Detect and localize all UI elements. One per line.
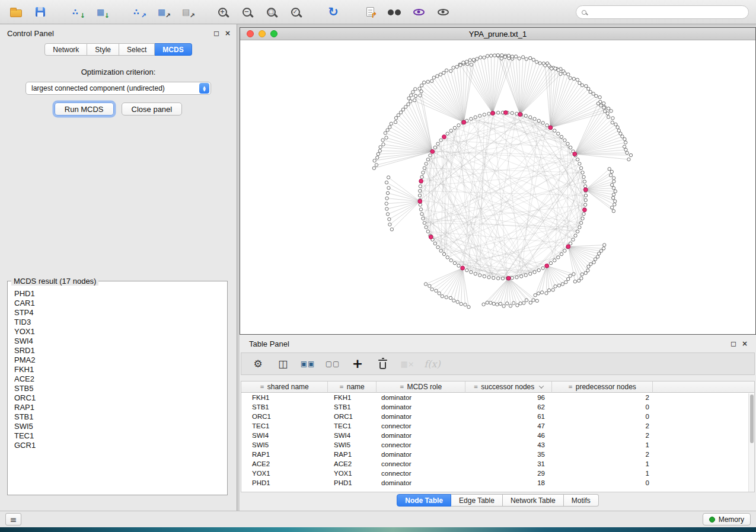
mcds-result-item[interactable]: STP4: [14, 308, 226, 318]
table-row[interactable]: ORC1ORC1dominator610: [241, 412, 754, 421]
table-scrollbar[interactable]: [748, 393, 754, 492]
network-window: YPA_prune.txt_1: [240, 27, 756, 335]
column-header-name[interactable]: ≡name: [328, 382, 377, 393]
close-table-panel-icon[interactable]: ×: [742, 340, 748, 347]
select-all-button[interactable]: ▣▣: [301, 355, 315, 372]
find-button[interactable]: [384, 3, 404, 21]
scrollbar-thumb[interactable]: [750, 395, 754, 443]
run-mcds-button[interactable]: Run MCDS: [55, 102, 114, 116]
save-session-button[interactable]: [30, 3, 50, 21]
mcds-result-item[interactable]: SWI4: [14, 336, 226, 346]
network-title: YPA_prune.txt_1: [240, 30, 755, 39]
table-settings-button[interactable]: ⚙: [251, 355, 265, 372]
export-table-button[interactable]: ▦↗: [152, 3, 173, 21]
close-panel-icon[interactable]: ×: [225, 30, 231, 37]
float-panel-icon[interactable]: ◻: [213, 30, 219, 37]
status-bar: ≡ Memory: [0, 511, 756, 527]
table-row[interactable]: SWI5SWI5connector431: [241, 440, 754, 450]
export-image-button[interactable]: ▤↗: [177, 3, 197, 21]
mcds-result-item[interactable]: SWI5: [14, 422, 226, 431]
mcds-result-item[interactable]: FKH1: [14, 365, 226, 374]
column-header-successor-nodes[interactable]: ≡successor nodes: [465, 382, 552, 393]
window-zoom-icon[interactable]: [270, 30, 277, 37]
table-row[interactable]: TEC1TEC1connector472: [241, 421, 754, 431]
mcds-result-item[interactable]: STB5: [14, 384, 226, 393]
delete-column-button[interactable]: [375, 355, 390, 372]
table-row[interactable]: ACE2ACE2connector311: [241, 459, 754, 469]
close-panel-button[interactable]: Close panel: [122, 102, 183, 116]
deselect-all-button[interactable]: ▢▢: [326, 355, 340, 372]
zoom-out-button[interactable]: −: [238, 3, 258, 21]
control-panel-header: Control Panel ◻ ×: [0, 24, 237, 40]
show-hide-button[interactable]: [433, 3, 453, 21]
column-header-shared-name[interactable]: ≡shared name: [241, 382, 328, 393]
float-table-panel-icon[interactable]: ◻: [731, 340, 736, 347]
zoom-fit-button[interactable]: □: [262, 3, 282, 21]
import-network-button[interactable]: ∴↓: [67, 3, 87, 21]
clipboard-share-icon: [366, 7, 374, 17]
tab-network[interactable]: Network: [44, 43, 87, 56]
column-header-mcds-role[interactable]: ≡MCDS role: [377, 382, 465, 393]
window-close-icon[interactable]: [247, 30, 254, 37]
column-header-predecessor-nodes[interactable]: ≡predecessor nodes: [552, 382, 653, 393]
table-cell: dominator: [377, 432, 465, 439]
criterion-select[interactable]: largest connected component (undirected)…: [25, 82, 211, 95]
export-network-button[interactable]: ∴↗: [128, 3, 148, 21]
tab-edge-table[interactable]: Edge Table: [451, 494, 503, 507]
mcds-result-item[interactable]: SRD1: [14, 346, 226, 355]
mcds-result-item[interactable]: RAP1: [14, 403, 226, 412]
window-minimize-icon[interactable]: [259, 30, 266, 37]
tab-mcds[interactable]: MCDS: [155, 43, 192, 56]
table-row[interactable]: YOX1YOX1connector291: [241, 469, 754, 478]
add-column-button[interactable]: +: [350, 355, 365, 372]
mcds-result-item[interactable]: TID3: [14, 318, 226, 327]
zoom-selected-button[interactable]: ✓: [286, 3, 307, 21]
memory-button[interactable]: Memory: [703, 513, 751, 525]
mcds-result-item[interactable]: PHD1: [14, 289, 226, 299]
table-cell: dominator: [377, 479, 465, 486]
panel-menu-button[interactable]: ≡: [5, 513, 21, 525]
table-row[interactable]: RAP1RAP1dominator352: [241, 450, 754, 459]
tab-style[interactable]: Style: [87, 43, 119, 56]
mcds-result-item[interactable]: GCR1: [14, 441, 226, 450]
table-cell: 47: [465, 422, 552, 430]
table-row[interactable]: STB1STB1dominator620: [241, 402, 754, 412]
criterion-value: largest connected component (undirected): [26, 84, 199, 92]
mcds-result-item[interactable]: YOX1: [14, 327, 226, 336]
app-window: ∴↓▦↓∴↗▦↗▤↗+−□✓↻ Control Panel ◻ × Networ…: [0, 0, 756, 532]
mcds-result-item[interactable]: STB1: [14, 412, 226, 422]
column-manager-button[interactable]: ◫: [276, 355, 290, 372]
table-cell: ACE2: [241, 460, 328, 467]
annotation-eye-button[interactable]: [409, 3, 429, 21]
toolbar-separator: [116, 5, 124, 19]
zoom-in-button[interactable]: +: [213, 3, 234, 21]
search-box[interactable]: [576, 5, 749, 19]
mcds-result-item[interactable]: TEC1: [14, 431, 226, 441]
table-row[interactable]: PHD1PHD1dominator180: [241, 478, 754, 488]
import-table-button[interactable]: ▦↓: [91, 3, 111, 21]
mcds-result-item[interactable]: CAR1: [14, 299, 226, 308]
tab-motifs[interactable]: Motifs: [564, 494, 599, 507]
network-titlebar[interactable]: YPA_prune.txt_1: [240, 28, 755, 40]
deselect-all-icon: ▢▢: [326, 360, 340, 367]
tab-node-table[interactable]: Node Table: [397, 494, 451, 507]
clipboard-share-button[interactable]: [360, 3, 380, 21]
table-row[interactable]: SWI4SWI4dominator462: [241, 431, 754, 440]
table-tabs: Node TableEdge TableNetwork TableMotifs: [240, 494, 756, 507]
table-row[interactable]: FKH1FKH1dominator962: [241, 393, 754, 402]
search-input[interactable]: [590, 8, 748, 17]
toolbar-separator: [55, 5, 63, 19]
tab-network-table[interactable]: Network Table: [503, 494, 564, 507]
mcds-result-list: PHD1CAR1STP4TID3YOX1SWI4SRD1PMA2FKH1ACE2…: [9, 287, 226, 450]
refresh-layout-button[interactable]: ↻: [323, 3, 343, 21]
tab-select[interactable]: Select: [119, 43, 155, 56]
zoom-out-icon: −: [243, 8, 251, 17]
mcds-result-item[interactable]: ORC1: [14, 393, 226, 403]
mcds-result-item[interactable]: PMA2: [14, 355, 226, 365]
open-file-button[interactable]: [6, 3, 26, 21]
table-cell: 18: [465, 479, 552, 486]
mcds-result-item[interactable]: ACE2: [14, 374, 226, 384]
clear-table-icon: ▦×: [400, 360, 414, 368]
network-canvas[interactable]: [240, 40, 755, 334]
delete-column-icon: [379, 362, 386, 369]
